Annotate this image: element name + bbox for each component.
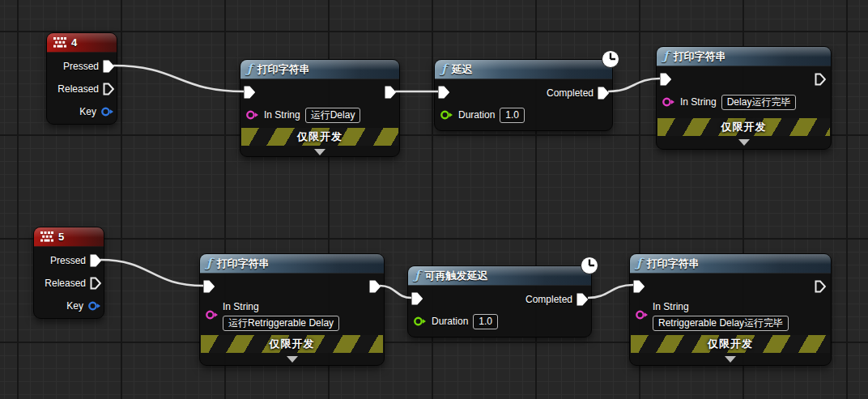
- development-only-banner: 仅限开发: [241, 128, 398, 146]
- function-icon: ƒ: [441, 63, 446, 75]
- completed-pin-label: Completed: [547, 87, 594, 99]
- exec-out-pin[interactable]: [385, 86, 396, 99]
- node-title: 打印字符串: [216, 257, 269, 271]
- latent-clock-icon: [580, 256, 599, 275]
- exec-out-pin[interactable]: [815, 73, 826, 86]
- node-title: 打印字符串: [673, 49, 725, 64]
- in-string-value-field[interactable]: Delay运行完毕: [721, 95, 797, 110]
- function-icon: ƒ: [415, 270, 419, 282]
- function-icon: ƒ: [247, 63, 252, 75]
- exec-in-pin[interactable]: [203, 280, 215, 293]
- exec-out-pin[interactable]: [369, 280, 381, 293]
- node-header[interactable]: ƒ 打印字符串: [200, 254, 384, 274]
- pressed-exec-pin[interactable]: [90, 254, 101, 267]
- node-title: 5: [58, 231, 64, 243]
- development-only-banner: 仅限开发: [657, 118, 830, 136]
- duration-pin[interactable]: [440, 109, 453, 121]
- released-pin-label: Released: [57, 83, 99, 95]
- node-print-string-2[interactable]: ƒ 打印字符串 In String Delay运行完毕 仅限开发: [656, 46, 832, 150]
- node-header[interactable]: ƒ 延迟: [435, 60, 612, 79]
- banner-label: 仅限开发: [297, 129, 343, 144]
- exec-in-pin[interactable]: [438, 86, 449, 99]
- wire-key4-to-print1[interactable]: [113, 66, 244, 91]
- node-header[interactable]: ƒ 可再触发延迟: [408, 266, 591, 286]
- released-exec-pin[interactable]: [103, 83, 114, 96]
- node-delay[interactable]: ƒ 延迟 Completed Duration 1.0: [434, 59, 613, 131]
- wire-delay2-to-print4[interactable]: [588, 285, 633, 298]
- node-print-string-4[interactable]: ƒ 打印字符串 In String Retriggerable Delay运行完…: [629, 253, 832, 366]
- graph-canvas[interactable]: { "editor": {"name": "blueprint-event-gr…: [0, 0, 868, 399]
- function-icon: ƒ: [636, 257, 641, 270]
- collapse-arrow-icon[interactable]: [314, 149, 326, 155]
- in-string-label: In String: [264, 109, 300, 121]
- latent-clock-icon: [601, 49, 620, 69]
- development-only-banner: 仅限开发: [201, 335, 383, 353]
- duration-value-field[interactable]: 1.0: [473, 314, 498, 329]
- wire-key5-to-print3[interactable]: [100, 260, 203, 286]
- exec-in-pin[interactable]: [660, 73, 671, 86]
- node-print-string-3[interactable]: ƒ 打印字符串 In String 运行Retriggerable Delay …: [199, 253, 385, 366]
- node-key-event-4[interactable]: 4 Pressed Released Key: [46, 32, 117, 125]
- in-string-pin[interactable]: [245, 109, 259, 121]
- in-string-label: In String: [223, 301, 259, 312]
- node-title: 打印字符串: [257, 62, 309, 77]
- node-header[interactable]: ƒ 打印字符串: [240, 60, 399, 79]
- key-struct-pin[interactable]: [100, 106, 114, 117]
- released-exec-pin[interactable]: [90, 277, 101, 290]
- node-header[interactable]: ƒ 打印字符串: [630, 254, 831, 274]
- function-icon: ƒ: [206, 257, 211, 270]
- released-pin-label: Released: [45, 278, 86, 289]
- exec-in-pin[interactable]: [411, 292, 423, 305]
- duration-pin[interactable]: [413, 316, 427, 327]
- node-title: 延迟: [451, 62, 472, 77]
- pressed-pin-label: Pressed: [63, 61, 99, 72]
- keyboard-icon: [40, 231, 53, 242]
- keyboard-icon: [53, 37, 66, 48]
- banner-label: 仅限开发: [270, 337, 315, 351]
- node-header[interactable]: ƒ 打印字符串: [657, 47, 831, 66]
- node-retriggerable-delay[interactable]: ƒ 可再触发延迟 Completed Duration 1.0: [407, 265, 592, 337]
- key-pin-label: Key: [79, 106, 96, 117]
- key-pin-label: Key: [66, 300, 83, 312]
- node-key-event-5[interactable]: 5 Pressed Released Key: [33, 227, 104, 319]
- exec-out-pin[interactable]: [815, 280, 826, 293]
- in-string-label: In String: [653, 301, 689, 312]
- collapse-arrow-icon[interactable]: [725, 356, 736, 363]
- in-string-pin[interactable]: [205, 309, 219, 320]
- key-struct-pin[interactable]: [87, 300, 101, 312]
- in-string-pin[interactable]: [635, 309, 649, 320]
- duration-value-field[interactable]: 1.0: [500, 108, 525, 123]
- node-title: 打印字符串: [646, 257, 699, 271]
- in-string-value-field[interactable]: 运行Delay: [305, 108, 361, 123]
- in-string-value-field[interactable]: 运行Retriggerable Delay: [223, 316, 339, 331]
- exec-in-pin[interactable]: [633, 280, 645, 293]
- pressed-pin-label: Pressed: [50, 255, 86, 266]
- banner-label: 仅限开发: [721, 120, 767, 134]
- in-string-value-field[interactable]: Retriggerable Delay运行完毕: [653, 316, 789, 331]
- banner-label: 仅限开发: [708, 337, 753, 351]
- in-string-pin[interactable]: [662, 96, 675, 108]
- node-header[interactable]: 5: [34, 227, 104, 247]
- function-icon: ƒ: [663, 50, 668, 62]
- completed-pin-label: Completed: [525, 294, 572, 305]
- pressed-exec-pin[interactable]: [103, 60, 114, 73]
- collapse-arrow-icon[interactable]: [287, 356, 298, 363]
- exec-in-pin[interactable]: [244, 86, 255, 99]
- wire-delay1-to-print2[interactable]: [608, 79, 660, 91]
- node-title: 可再触发延迟: [424, 269, 487, 283]
- collapse-arrow-icon[interactable]: [738, 139, 750, 146]
- completed-exec-pin[interactable]: [598, 87, 609, 100]
- duration-label: Duration: [432, 316, 468, 327]
- completed-exec-pin[interactable]: [577, 293, 588, 306]
- development-only-banner: 仅限开发: [631, 335, 830, 353]
- in-string-label: In String: [680, 96, 717, 108]
- node-title: 4: [71, 36, 77, 49]
- node-print-string-1[interactable]: ƒ 打印字符串 In String 运行Delay 仅限开发: [240, 59, 400, 157]
- duration-label: Duration: [458, 109, 495, 121]
- node-header[interactable]: 4: [47, 33, 117, 53]
